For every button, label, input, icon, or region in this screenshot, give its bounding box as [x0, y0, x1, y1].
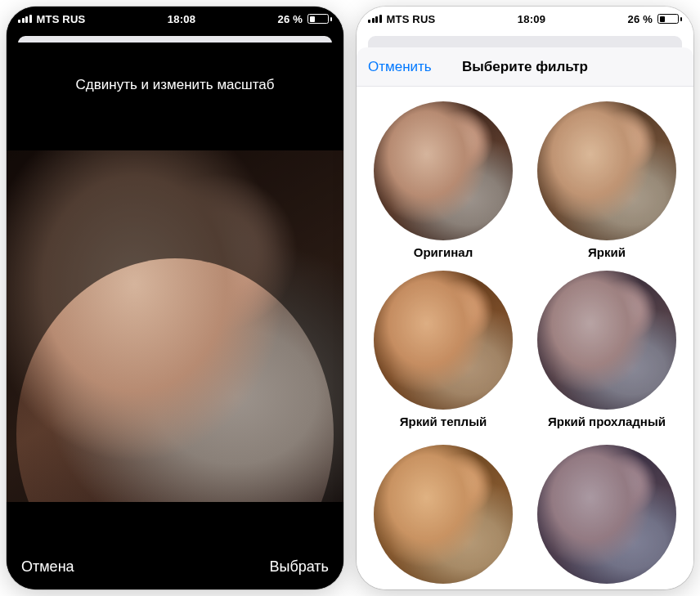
crop-mask: [7, 43, 343, 589]
phone-crop-screen: MTS RUS 18:08 26 % Сдвинуть и изменить м…: [7, 7, 343, 589]
filter-thumb: [537, 445, 676, 584]
signal-icon: [18, 15, 32, 23]
page-title: Выберите фильтр: [462, 59, 588, 75]
clock: 18:08: [168, 13, 195, 25]
filter-option-5[interactable]: [370, 445, 517, 589]
status-bar: MTS RUS 18:09 26 %: [357, 7, 693, 28]
filter-thumb: [374, 445, 513, 584]
sheet-grabber: [357, 28, 693, 43]
battery-percent: 26 %: [278, 13, 303, 25]
filter-label: Оригинал: [370, 245, 517, 259]
clock: 18:09: [518, 13, 545, 25]
status-bar: MTS RUS 18:08 26 %: [7, 7, 343, 28]
choose-button[interactable]: Выбрать: [269, 558, 329, 576]
battery-icon: [657, 14, 682, 24]
filter-option-vivid[interactable]: Яркий: [533, 101, 680, 259]
phone-filter-screen: MTS RUS 18:09 26 % Отменить Выберите фил…: [357, 7, 693, 589]
crop-area[interactable]: Сдвинуть и изменить масштаб Отмена Выбра…: [7, 43, 343, 589]
carrier-label: MTS RUS: [387, 13, 436, 25]
filter-scroll[interactable]: Оригинал Яркий Яркий теплый Яркий прохла…: [357, 87, 693, 589]
signal-icon: [368, 15, 382, 23]
filter-label: Яркий теплый: [370, 415, 517, 428]
filter-thumb: [537, 271, 676, 410]
cancel-button[interactable]: Отменить: [368, 59, 432, 75]
carrier-label: MTS RUS: [37, 13, 86, 25]
battery-icon: [307, 14, 332, 24]
filter-label: Яркий: [533, 245, 680, 259]
filter-thumb: [537, 101, 676, 240]
filter-thumb: [374, 271, 513, 410]
nav-bar: Отменить Выберите фильтр: [357, 47, 693, 87]
filter-label: Яркий прохладный: [533, 415, 680, 428]
battery-percent: 26 %: [628, 13, 653, 25]
filter-thumb: [374, 101, 513, 240]
sheet-grabber: [7, 28, 343, 43]
filter-option-6[interactable]: [533, 445, 680, 589]
filter-option-vivid-warm[interactable]: Яркий теплый: [370, 271, 517, 428]
cancel-button[interactable]: Отмена: [21, 558, 74, 576]
filter-option-vivid-cool[interactable]: Яркий прохладный: [533, 271, 680, 428]
filter-option-original[interactable]: Оригинал: [370, 101, 517, 259]
